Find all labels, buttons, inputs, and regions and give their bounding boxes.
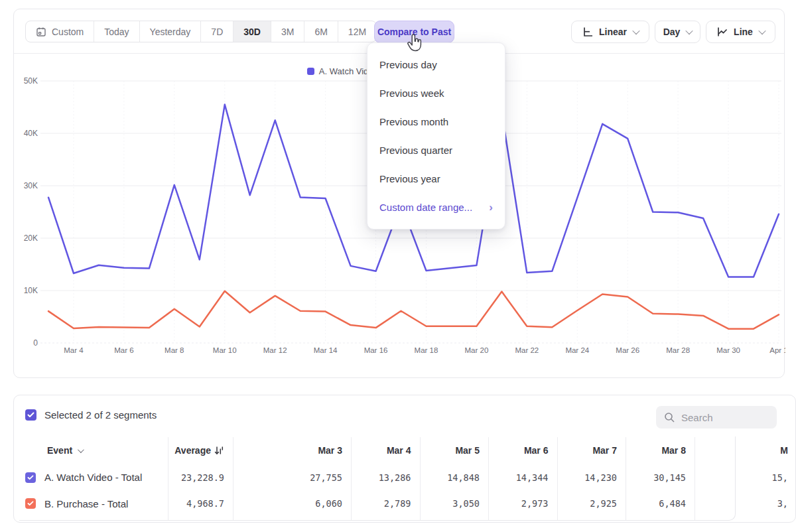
table-cell: 4,968.7 — [168, 491, 233, 516]
range-button-label: Custom — [52, 27, 84, 37]
range-button-today[interactable]: Today — [94, 21, 139, 42]
svg-text:0: 0 — [33, 338, 38, 348]
table-cell: 27,755 — [233, 464, 351, 491]
search-icon — [664, 412, 675, 423]
calendar-icon — [36, 27, 46, 37]
scale-dropdown[interactable]: Linear — [571, 21, 649, 43]
interval-dropdown[interactable]: Day — [655, 21, 700, 43]
column-header-date[interactable]: Mar 3 — [233, 437, 351, 464]
check-icon — [27, 501, 34, 506]
chevron-down-icon — [632, 27, 639, 34]
search-box[interactable] — [656, 406, 777, 429]
table-cell: 23,228.9 — [168, 464, 233, 491]
table-cell: 13,286 — [351, 464, 420, 491]
linear-axis-icon — [582, 26, 594, 38]
svg-text:Mar 6: Mar 6 — [114, 346, 133, 354]
svg-text:Mar 30: Mar 30 — [716, 346, 740, 354]
select-all-checkbox[interactable] — [25, 409, 36, 421]
svg-text:Mar 22: Mar 22 — [515, 346, 539, 354]
svg-text:Mar 12: Mar 12 — [263, 346, 287, 354]
chevron-down-icon — [758, 27, 765, 34]
svg-text:Mar 24: Mar 24 — [565, 346, 589, 354]
svg-text:Mar 10: Mar 10 — [213, 346, 237, 354]
svg-text:20K: 20K — [24, 233, 38, 243]
column-header-date[interactable]: Mar 4 — [351, 437, 420, 464]
compare-to-past-button[interactable]: Compare to Past — [374, 21, 454, 43]
date-range-group: Custom Today Yesterday 7D 30D 3M 6M 12M — [25, 21, 377, 42]
menu-item-previous-month[interactable]: Previous month — [367, 107, 505, 136]
check-icon — [27, 475, 34, 480]
search-input[interactable] — [681, 412, 761, 423]
table-cell: 6,484 — [626, 491, 695, 516]
range-button-3m[interactable]: 3M — [271, 21, 304, 42]
chart-type-dropdown[interactable]: Line — [706, 21, 775, 43]
table-cell: 2,973 — [488, 491, 557, 516]
svg-text:10K: 10K — [24, 286, 38, 295]
sort-descending-icon — [214, 446, 224, 456]
column-header-average[interactable]: Average — [168, 437, 233, 464]
column-header-date[interactable]: Mar 6 — [488, 437, 557, 464]
table-cell: 30,145 — [626, 464, 695, 491]
segments-table: Event Average Mar 3 Mar 4 Mar 5 Mar 6 Ma… — [14, 437, 796, 516]
menu-item-custom-date-range[interactable]: Custom date range... › — [367, 193, 505, 222]
column-header-date[interactable]: Mar 8 — [626, 437, 695, 464]
table-cell: 6,060 — [233, 491, 351, 516]
legend-swatch — [307, 68, 314, 75]
range-button-custom[interactable]: Custom — [26, 21, 94, 42]
menu-item-previous-day[interactable]: Previous day — [367, 50, 505, 79]
segments-card: Selected 2 of 2 segments Event Average M… — [13, 395, 796, 523]
column-header-date[interactable]: Mar 5 — [420, 437, 489, 464]
chevron-down-icon — [78, 446, 84, 453]
segments-selection-row: Selected 2 of 2 segments — [25, 409, 157, 421]
segment-row-name[interactable]: B. Purchase - Total — [14, 491, 168, 516]
column-header-event[interactable]: Event — [14, 437, 168, 464]
row-checkbox[interactable] — [25, 472, 36, 483]
svg-text:30K: 30K — [24, 181, 38, 190]
svg-text:Mar 8: Mar 8 — [165, 346, 184, 354]
svg-text:50K: 50K — [24, 76, 38, 86]
svg-text:Mar 26: Mar 26 — [616, 346, 639, 354]
check-icon — [27, 412, 34, 418]
menu-item-previous-year[interactable]: Previous year — [367, 165, 505, 193]
table-cell: 15, — [695, 464, 796, 491]
svg-text:Mar 14: Mar 14 — [314, 346, 338, 354]
row-checkbox[interactable] — [25, 498, 36, 509]
menu-item-previous-week[interactable]: Previous week — [367, 79, 505, 107]
table-cell: 14,230 — [557, 464, 626, 491]
compare-to-past-menu: Previous day Previous week Previous mont… — [367, 42, 505, 230]
column-header-date[interactable]: M — [695, 437, 796, 464]
menu-item-previous-quarter[interactable]: Previous quarter — [367, 136, 505, 165]
range-button-7d[interactable]: 7D — [200, 21, 233, 42]
svg-text:Mar 28: Mar 28 — [666, 346, 690, 354]
table-cell: 2,789 — [351, 491, 420, 516]
svg-text:40K: 40K — [24, 129, 38, 138]
svg-text:Mar 16: Mar 16 — [364, 346, 388, 354]
segment-row-name[interactable]: A. Watch Video - Total — [14, 464, 168, 491]
range-button-6m[interactable]: 6M — [304, 21, 337, 42]
range-button-30d[interactable]: 30D — [233, 21, 271, 42]
svg-text:Apr 1: Apr 1 — [769, 346, 785, 354]
selected-segments-label: Selected 2 of 2 segments — [44, 409, 157, 421]
table-cell: 3, — [695, 491, 796, 516]
table-cell: 14,344 — [488, 464, 557, 491]
svg-text:Mar 18: Mar 18 — [415, 346, 438, 354]
chevron-right-icon: › — [489, 193, 493, 222]
svg-text:Mar 20: Mar 20 — [465, 346, 489, 354]
range-button-12m[interactable]: 12M — [338, 21, 376, 42]
table-cell: 14,848 — [420, 464, 489, 491]
table-cell: 2,925 — [557, 491, 626, 516]
range-button-yesterday[interactable]: Yesterday — [139, 21, 201, 42]
chevron-down-icon — [686, 27, 693, 34]
line-chart-icon — [716, 26, 728, 38]
column-header-date[interactable]: Mar 7 — [557, 437, 626, 464]
table-cell: 3,050 — [420, 491, 489, 516]
svg-text:Mar 4: Mar 4 — [64, 346, 84, 354]
